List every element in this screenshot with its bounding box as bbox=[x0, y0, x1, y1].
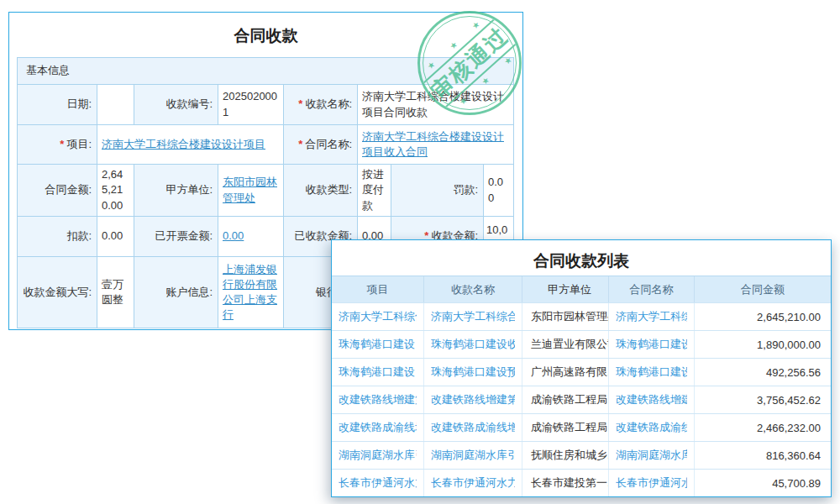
contract-name-label: * 合同名称: bbox=[284, 125, 358, 165]
project-value: 济南大学工科综合楼建设设计项目 bbox=[97, 125, 284, 165]
required-marker: * bbox=[60, 137, 64, 152]
project-link[interactable]: 长春市伊通河水力发... bbox=[339, 475, 417, 491]
contract-name-link[interactable]: 珠海鹤港口建设 bbox=[616, 365, 687, 380]
account-info-label: 账户信息: bbox=[134, 257, 218, 328]
party-a-value: 东阳市园林管理处 bbox=[218, 165, 284, 217]
receipt-name-label-text: 收款名称: bbox=[305, 97, 352, 112]
table-row: 改建铁路线增建第二... 改建铁路线增建第... 成渝铁路工程局 改建铁路线增建… bbox=[332, 386, 831, 413]
table-row: 珠海鹤港口建设 珠海鹤港口建设预... 广州高速路有限... 珠海鹤港口建设 4… bbox=[332, 358, 831, 386]
project-link[interactable]: 湖南洞庭湖水库引水... bbox=[339, 448, 417, 463]
project-link[interactable]: 改建铁路线增建第二... bbox=[339, 392, 417, 407]
date-label: 日期: bbox=[18, 85, 97, 125]
form-row-2: * 项目: 济南大学工科综合楼建设设计项目 * 合同名称: 济南大学工科综合楼建… bbox=[18, 125, 514, 165]
receipt-name-link[interactable]: 珠海鹤港口建设预... bbox=[431, 365, 515, 380]
receipt-no-value: 2025020001 bbox=[218, 85, 284, 125]
required-marker: * bbox=[298, 97, 302, 112]
receipt-name-link[interactable]: 济南大学工科综合... bbox=[431, 309, 515, 324]
deduction-label: 扣款: bbox=[18, 217, 97, 257]
date-value bbox=[97, 85, 134, 125]
required-marker: * bbox=[298, 137, 302, 152]
column-header-party-a: 甲方单位 bbox=[522, 276, 609, 302]
penalty-label: 罚款: bbox=[391, 165, 484, 217]
contract-name-value: 济南大学工科综合楼建设设计项目收入合同 bbox=[358, 125, 514, 165]
contract-amount-cell: 492,256.56 bbox=[695, 359, 831, 386]
receipt-name-link[interactable]: 改建铁路线增建第... bbox=[431, 392, 515, 407]
penalty-value: 0.00 bbox=[484, 165, 514, 217]
invoiced-amount-value: 0.00 bbox=[218, 217, 284, 257]
receipt-name-label: * 收款名称: bbox=[284, 85, 358, 125]
contract-amount-cell: 816,360.64 bbox=[695, 442, 831, 469]
contract-amount-value: 2,645,210.00 bbox=[97, 165, 134, 217]
party-a-link[interactable]: 东阳市园林管理处 bbox=[223, 175, 279, 205]
table-row: 改建铁路成渝线增建... 改建铁路成渝线增... 成渝铁路工程局 改建铁路成渝线… bbox=[332, 413, 831, 441]
party-a-cell: 成渝铁路工程局 bbox=[522, 414, 609, 441]
party-a-cell: 成渝铁路工程局 bbox=[522, 386, 609, 413]
party-a-cell: 广州高速路有限... bbox=[522, 359, 609, 386]
account-info-link[interactable]: 上海浦发银行股份有限公司上海支行 bbox=[223, 262, 279, 323]
contract-amount-cell: 2,645,210.00 bbox=[695, 303, 831, 330]
list-header-row: 项目 收款名称 甲方单位 合同名称 合同金额 bbox=[332, 276, 831, 302]
invoiced-amount-link[interactable]: 0.00 bbox=[223, 228, 244, 244]
project-link[interactable]: 珠海鹤港口建设 bbox=[339, 365, 415, 380]
table-row: 湖南洞庭湖水库引水... 湖南洞庭湖水库引... 抚顺住房和城乡... 湖南洞庭… bbox=[332, 441, 831, 469]
party-a-cell: 长春市建投第一... bbox=[522, 470, 609, 496]
contract-amount-cell: 1,890,000.00 bbox=[695, 331, 831, 358]
party-a-cell: 兰迪置业有限公司 bbox=[522, 331, 609, 358]
contract-name-link[interactable]: 济南大学工科综... bbox=[616, 309, 687, 324]
receipt-name-link[interactable]: 改建铁路成渝线增... bbox=[431, 420, 515, 435]
project-label: * 项目: bbox=[18, 125, 97, 165]
project-link[interactable]: 改建铁路成渝线增建... bbox=[339, 420, 417, 435]
party-a-cell: 东阳市园林管理处 bbox=[522, 303, 609, 330]
column-header-receipt-name: 收款名称 bbox=[424, 276, 522, 302]
party-a-cell: 抚顺住房和城乡... bbox=[522, 442, 609, 469]
contract-name-link[interactable]: 改建铁路成渝线... bbox=[616, 420, 687, 435]
receipt-name-link[interactable]: 湖南洞庭湖水库引... bbox=[431, 448, 515, 463]
deduction-value: 0.00 bbox=[97, 217, 134, 257]
contract-amount-cell: 3,756,452.62 bbox=[695, 386, 831, 413]
project-link[interactable]: 珠海鹤港口建设 bbox=[339, 337, 415, 352]
contract-amount-cell: 45,700.89 bbox=[695, 470, 831, 496]
receipt-name-link[interactable]: 长春市伊通河水力... bbox=[431, 475, 515, 491]
table-row: 济南大学工科综合楼... 济南大学工科综合... 东阳市园林管理处 济南大学工科… bbox=[332, 302, 831, 330]
receipt-no-label: 收款编号: bbox=[134, 85, 218, 125]
project-label-text: 项目: bbox=[66, 137, 92, 152]
contract-amount-cell: 2,466,232.00 bbox=[695, 414, 831, 441]
table-row: 珠海鹤港口建设 珠海鹤港口建设收... 兰迪置业有限公司 珠海鹤港口建设... … bbox=[332, 330, 831, 358]
contract-name-link[interactable]: 长春市伊通河水... bbox=[616, 475, 687, 491]
contract-name-link[interactable]: 济南大学工科综合楼建设设计项目收入合同 bbox=[362, 129, 509, 160]
contract-receipt-list-panel: 合同收款列表 项目 收款名称 甲方单位 合同名称 合同金额 济南大学工科综合楼.… bbox=[331, 239, 832, 497]
contract-name-label-text: 合同名称: bbox=[305, 137, 352, 152]
approval-stamp: ★ ★ ★ 审核通过 ★ ★ ★ bbox=[417, 11, 522, 115]
contract-name-link[interactable]: 湖南洞庭湖水库... bbox=[616, 448, 687, 463]
form-row-3: 合同金额: 2,645,210.00 甲方单位: 东阳市园林管理处 收款类型: … bbox=[18, 165, 514, 217]
list-title: 合同收款列表 bbox=[332, 240, 831, 276]
amount-words-value: 壹万圆整 bbox=[97, 257, 134, 328]
receipt-type-label: 收款类型: bbox=[284, 165, 358, 217]
column-header-contract-amount: 合同金额 bbox=[695, 276, 831, 302]
project-link[interactable]: 济南大学工科综合楼建设设计项目 bbox=[102, 137, 265, 152]
column-header-contract-name: 合同名称 bbox=[609, 276, 695, 302]
amount-words-label: 收款金额大写: bbox=[18, 257, 97, 328]
account-info-value: 上海浦发银行股份有限公司上海支行 bbox=[218, 257, 284, 328]
column-header-project: 项目 bbox=[332, 276, 424, 302]
table-row: 长春市伊通河水力发... 长春市伊通河水力... 长春市建投第一... 长春市伊… bbox=[332, 469, 831, 496]
receipt-name-link[interactable]: 珠海鹤港口建设收... bbox=[431, 337, 515, 352]
invoiced-amount-label: 已开票金额: bbox=[134, 217, 218, 257]
project-link[interactable]: 济南大学工科综合楼... bbox=[339, 309, 417, 324]
party-a-label: 甲方单位: bbox=[134, 165, 218, 217]
receipt-type-value: 按进度付款 bbox=[358, 165, 391, 217]
contract-name-link[interactable]: 珠海鹤港口建设... bbox=[616, 337, 687, 352]
contract-amount-label: 合同金额: bbox=[18, 165, 97, 217]
contract-name-link[interactable]: 改建铁路线增建... bbox=[616, 392, 687, 407]
